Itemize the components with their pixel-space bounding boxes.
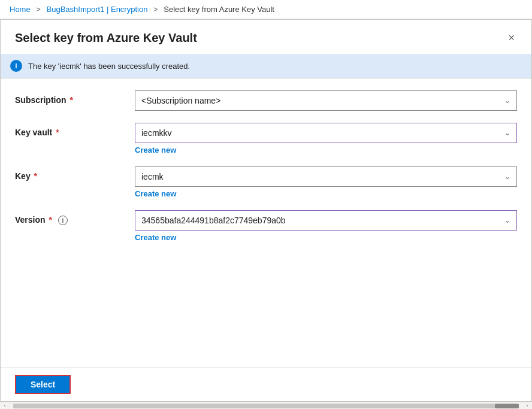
close-button[interactable]: × bbox=[506, 29, 517, 47]
subscription-required: * bbox=[68, 95, 73, 105]
key-control: iecmk ⌄ Create new bbox=[135, 166, 517, 198]
dialog-header: Select key from Azure Key Vault × bbox=[1, 20, 531, 54]
subscription-row: Subscription * <Subscription name> ⌄ bbox=[15, 90, 517, 111]
subscription-dropdown[interactable]: <Subscription name> ⌄ bbox=[135, 90, 517, 111]
key-vault-row: Key vault * iecmkkv ⌄ Create new bbox=[15, 123, 517, 154]
scroll-left-arrow[interactable]: ‹ bbox=[1, 402, 8, 410]
version-required: * bbox=[47, 215, 52, 225]
key-label: Key * bbox=[15, 166, 135, 181]
key-vault-value: iecmkkv bbox=[141, 128, 172, 138]
key-row: Key * iecmk ⌄ Create new bbox=[15, 166, 517, 198]
version-chevron: ⌄ bbox=[504, 216, 510, 225]
dialog-footer: Select bbox=[1, 367, 531, 401]
scrollbar[interactable]: ‹ › bbox=[0, 402, 532, 409]
subscription-value: <Subscription name> bbox=[141, 96, 220, 105]
breadcrumb-sep1: > bbox=[36, 5, 43, 14]
subscription-control: <Subscription name> ⌄ bbox=[135, 90, 517, 111]
version-dropdown[interactable]: 34565bafa244491b8af2c7749eb79a0b ⌄ bbox=[135, 210, 517, 231]
scroll-right-arrow[interactable]: › bbox=[524, 402, 531, 410]
page-wrapper: Home > BugBashImport1 | Encryption > Sel… bbox=[0, 0, 532, 409]
breadcrumb-sep2: > bbox=[153, 5, 160, 14]
subscription-label: Subscription * bbox=[15, 90, 135, 105]
breadcrumb-home[interactable]: Home bbox=[10, 5, 31, 14]
version-info-icon[interactable]: i bbox=[58, 216, 68, 225]
scroll-thumb bbox=[495, 404, 519, 408]
key-required: * bbox=[32, 171, 37, 181]
banner-message: The key 'iecmk' has been successfully cr… bbox=[28, 62, 190, 71]
key-value: iecmk bbox=[141, 172, 164, 181]
breadcrumb-current: Select key from Azure Key Vault bbox=[164, 5, 274, 14]
key-vault-label: Key vault * bbox=[15, 123, 135, 137]
dialog: Select key from Azure Key Vault × i The … bbox=[0, 19, 532, 402]
key-vault-dropdown[interactable]: iecmkkv ⌄ bbox=[135, 123, 517, 143]
breadcrumb-import[interactable]: BugBashImport1 | Encryption bbox=[47, 5, 148, 14]
key-create-new[interactable]: Create new bbox=[135, 189, 517, 198]
key-vault-create-new[interactable]: Create new bbox=[135, 146, 517, 154]
key-vault-control: iecmkkv ⌄ Create new bbox=[135, 123, 517, 154]
info-banner: i The key 'iecmk' has been successfully … bbox=[1, 54, 531, 78]
version-control: 34565bafa244491b8af2c7749eb79a0b ⌄ Creat… bbox=[135, 210, 517, 242]
select-button[interactable]: Select bbox=[15, 375, 71, 394]
key-dropdown[interactable]: iecmk ⌄ bbox=[135, 166, 517, 187]
key-vault-chevron: ⌄ bbox=[504, 129, 510, 137]
info-icon: i bbox=[10, 60, 22, 72]
version-row: Version * i 34565bafa244491b8af2c7749eb7… bbox=[15, 210, 517, 242]
subscription-chevron: ⌄ bbox=[504, 96, 510, 105]
key-chevron: ⌄ bbox=[504, 172, 510, 181]
scroll-track bbox=[13, 404, 519, 408]
dialog-title: Select key from Azure Key Vault bbox=[15, 31, 197, 45]
version-create-new[interactable]: Create new bbox=[135, 233, 517, 242]
dialog-body: Subscription * <Subscription name> ⌄ Key… bbox=[1, 78, 531, 367]
breadcrumb: Home > BugBashImport1 | Encryption > Sel… bbox=[0, 0, 532, 19]
version-label: Version * i bbox=[15, 210, 135, 225]
key-vault-required: * bbox=[53, 128, 59, 137]
version-value: 34565bafa244491b8af2c7749eb79a0b bbox=[141, 216, 286, 225]
